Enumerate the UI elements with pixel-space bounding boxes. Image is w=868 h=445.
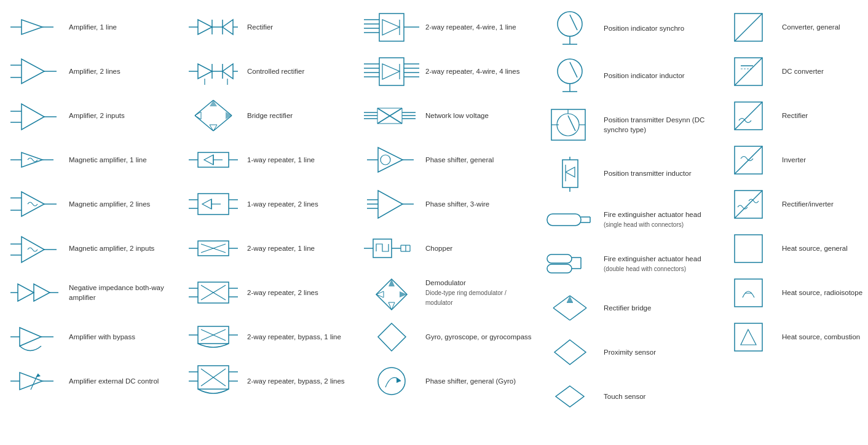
neg1-label: Negative impedance both-way amplifier <box>69 283 176 302</box>
svg-marker-148 <box>376 291 384 297</box>
rpt4w1-label: 2-way repeater, 4-wire, 1 line <box>425 22 532 32</box>
gyro-label: Gyro, gyroscope, or gyrocompass <box>425 332 532 342</box>
list-item: 2-way repeater, bypass, 2 lines <box>181 359 359 403</box>
svg-marker-35 <box>198 20 212 34</box>
mag2-label: Magnetic amplifier, 2 lines <box>69 199 176 209</box>
list-item: Heat source, radioisotope <box>716 270 868 315</box>
svg-marker-54 <box>210 100 217 106</box>
list-item: 2-way repeater, 1 line <box>181 226 359 270</box>
heatsrc-label: Heat source, general <box>782 243 868 253</box>
svg-marker-182 <box>567 296 573 302</box>
list-item: Inverter <box>716 138 868 182</box>
column-3: 2-way repeater, 4-wire, 1 line <box>359 5 537 419</box>
fireact2-symbol <box>542 251 598 276</box>
list-item: 2-way repeater, 4-wire, 4 lines <box>359 49 537 93</box>
rep1w1-symbol <box>186 148 241 172</box>
list-item: Amplifier, 2 lines <box>2 49 181 93</box>
column-1: Amplifier, 1 line Amplifier, 2 lines <box>2 5 181 419</box>
svg-point-150 <box>378 368 405 395</box>
svg-marker-1 <box>22 20 42 34</box>
svg-marker-113 <box>382 64 400 79</box>
svg-line-179 <box>570 308 586 320</box>
rectinv-symbol <box>720 187 776 221</box>
netlv-symbol <box>364 102 419 130</box>
list-item: Rectifier/inverter <box>716 182 868 226</box>
fireact1-symbol <box>542 209 598 230</box>
list-item: Heat source, combustion <box>716 315 868 359</box>
list-item: Rectifier bridge <box>537 286 716 330</box>
svg-marker-45 <box>223 64 233 79</box>
fireact1-label: Fire extinguisher actuator head (single … <box>604 210 711 229</box>
gyro-symbol <box>364 320 419 354</box>
rep1w2-label: 1-way repeater, 2 lines <box>247 199 354 209</box>
list-item: Network low voltage <box>359 93 537 138</box>
bridge-symbol <box>186 97 241 134</box>
list-item: DC converter <box>716 49 868 93</box>
amp1-symbol <box>7 15 63 39</box>
svg-line-51 <box>213 116 232 131</box>
list-item: Amplifier, 1 line <box>2 5 181 49</box>
neg1-symbol <box>7 279 63 307</box>
rep2w1-symbol <box>186 236 241 261</box>
svg-line-187 <box>735 14 762 41</box>
svg-line-197 <box>735 191 762 218</box>
list-item: Position indicator synchro <box>537 5 716 52</box>
heatrad-symbol <box>720 276 776 310</box>
mag3-label: Magnetic amplifier, 2 inputs <box>69 243 176 253</box>
postrans-label: Position transmitter Desynn (DC synchro … <box>604 115 711 135</box>
rect2-symbol <box>720 99 776 133</box>
svg-marker-185 <box>556 386 584 407</box>
crect-label: Controlled rectifier <box>247 66 354 76</box>
list-item: 1-way repeater, 2 lines <box>181 182 359 226</box>
inv-symbol <box>720 143 776 177</box>
amp2-label: Amplifier, 2 lines <box>69 66 176 76</box>
postransinc-symbol <box>542 154 598 194</box>
phsg-label: Phase shifter, general <box>425 155 532 165</box>
rect1-symbol <box>186 15 241 39</box>
svg-marker-27 <box>20 328 41 346</box>
list-item: 2-way repeater, bypass, 1 line <box>181 315 359 359</box>
postransinc-label: Position transmitter inductor <box>604 168 711 178</box>
list-item: Proximity sensor <box>537 330 716 374</box>
svg-line-50 <box>213 100 232 116</box>
rep1w1-label: 1-way repeater, 1 line <box>247 155 354 165</box>
svg-marker-149 <box>378 323 406 351</box>
list-item: Rectifier <box>716 93 868 138</box>
svg-point-130 <box>381 155 390 165</box>
svg-marker-24 <box>34 284 50 301</box>
svg-marker-102 <box>382 20 400 35</box>
ampdc-symbol <box>7 368 63 395</box>
bridge-label: Bridge rectifier <box>247 111 354 120</box>
list-item: Position indicator inductor <box>537 52 716 100</box>
heatrad-label: Heat source, radioisotope <box>782 288 868 297</box>
svg-marker-9 <box>22 104 44 130</box>
svg-line-162 <box>568 116 575 131</box>
phsgyro-symbol <box>364 363 419 400</box>
svg-rect-198 <box>735 235 762 262</box>
amp3-symbol <box>7 99 63 133</box>
list-item: Controlled rectifier <box>181 49 359 93</box>
list-item: Demodulator Diode-type ring demodulator … <box>359 270 537 315</box>
inv-label: Inverter <box>782 155 868 165</box>
list-item: Rectifier <box>181 5 359 49</box>
list-item: 1-way repeater, 1 line <box>181 138 359 182</box>
svg-line-53 <box>195 100 213 116</box>
touchsens-symbol <box>542 381 598 412</box>
column-2: Rectifier Controlled rectifier <box>181 5 359 419</box>
list-item: Amplifier external DC control <box>2 359 181 403</box>
list-item: Phase shifter, 3-wire <box>359 182 537 226</box>
rect2-label: Rectifier <box>782 111 868 120</box>
svg-marker-69 <box>202 199 211 209</box>
phsg-symbol <box>364 144 419 175</box>
list-item: Phase shifter, general (Gyro) <box>359 359 537 403</box>
mag1-label: Magnetic amplifier, 1 line <box>69 155 176 165</box>
touchsens-label: Touch sensor <box>604 392 711 401</box>
svg-marker-184 <box>554 340 586 364</box>
amp2-symbol <box>7 56 63 87</box>
list-item: Position transmitter Desynn (DC synchro … <box>537 100 716 150</box>
list-item: Fire extinguisher actuator head (double … <box>537 242 716 286</box>
chopper-label: Chopper <box>425 243 532 253</box>
svg-line-193 <box>735 102 762 130</box>
rectbr-label: Rectifier bridge <box>604 303 711 313</box>
list-item: Gyro, gyroscope, or gyrocompass <box>359 315 537 359</box>
